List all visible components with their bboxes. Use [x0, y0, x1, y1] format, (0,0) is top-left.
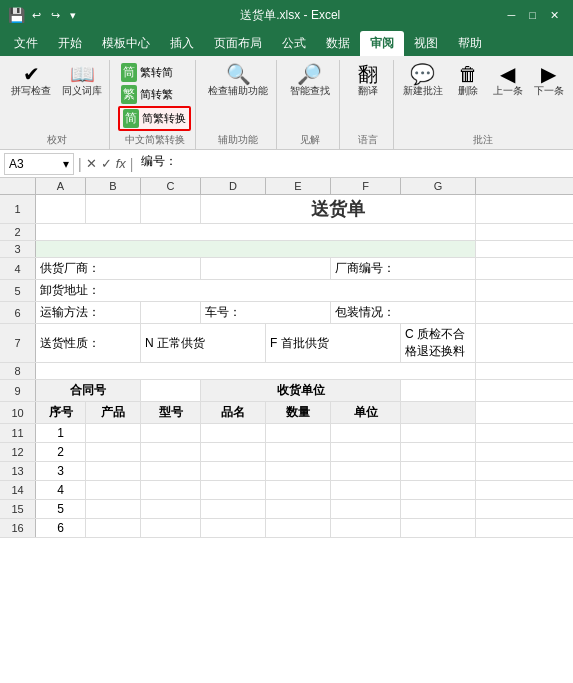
cell[interactable] — [266, 424, 331, 442]
cell[interactable] — [266, 519, 331, 537]
ribbon-btn-上一条[interactable]: ◀上一条 — [489, 62, 527, 100]
cell[interactable] — [266, 481, 331, 499]
col-header-B[interactable]: B — [86, 178, 141, 194]
cell[interactable] — [141, 424, 201, 442]
cell[interactable]: 运输方法： — [36, 302, 141, 323]
tab-页面布局[interactable]: 页面布局 — [204, 31, 272, 56]
tab-模板中心[interactable]: 模板中心 — [92, 31, 160, 56]
ribbon-btn-下一条[interactable]: ▶下一条 — [530, 62, 568, 100]
cell[interactable]: 合同号 — [36, 380, 141, 401]
cell[interactable] — [266, 500, 331, 518]
cell[interactable] — [331, 443, 401, 461]
cell[interactable] — [331, 462, 401, 480]
cell[interactable]: 产品 — [86, 402, 141, 423]
cell[interactable] — [331, 424, 401, 442]
cell[interactable] — [401, 481, 476, 499]
ribbon-btn-新建批注[interactable]: 💬新建批注 — [399, 62, 447, 100]
cell[interactable] — [331, 481, 401, 499]
cell[interactable]: 送货单 — [201, 195, 476, 223]
col-header-E[interactable]: E — [266, 178, 331, 194]
cell[interactable] — [86, 519, 141, 537]
cell[interactable]: 厂商编号： — [331, 258, 476, 279]
cell[interactable] — [141, 195, 201, 223]
cell[interactable] — [401, 462, 476, 480]
cell[interactable] — [401, 402, 476, 423]
cell[interactable] — [401, 519, 476, 537]
undo-button[interactable]: ↩ — [29, 9, 44, 22]
cell[interactable]: 品名 — [201, 402, 266, 423]
cell[interactable]: 送货性质： — [36, 324, 141, 362]
cell[interactable] — [141, 462, 201, 480]
ribbon-btn-检查辅助功能[interactable]: 🔍检查辅助功能 — [204, 62, 272, 100]
cell[interactable]: 单位 — [331, 402, 401, 423]
col-header-F[interactable]: F — [331, 178, 401, 194]
cell[interactable] — [201, 258, 331, 279]
cell[interactable] — [36, 195, 86, 223]
tab-审阅[interactable]: 审阅 — [360, 31, 404, 56]
cell[interactable] — [141, 481, 201, 499]
tab-视图[interactable]: 视图 — [404, 31, 448, 56]
cell[interactable] — [331, 519, 401, 537]
cell[interactable] — [331, 500, 401, 518]
formula-input[interactable]: 编号： — [137, 153, 569, 175]
col-header-C[interactable]: C — [141, 178, 201, 194]
redo-button[interactable]: ↪ — [48, 9, 63, 22]
cell[interactable]: 卸货地址： — [36, 280, 476, 301]
cell[interactable]: 序号 — [36, 402, 86, 423]
cell[interactable] — [401, 380, 476, 401]
maximize-button[interactable]: □ — [523, 9, 542, 22]
cell[interactable] — [36, 224, 476, 240]
cell[interactable] — [401, 500, 476, 518]
cell-reference-box[interactable]: A3 ▾ — [4, 153, 74, 175]
cell[interactable]: 5 — [36, 500, 86, 518]
cell[interactable]: C 质检不合格退还换料 — [401, 324, 476, 362]
cell[interactable]: N 正常供货 — [141, 324, 266, 362]
minimize-button[interactable]: ─ — [502, 9, 522, 22]
cell[interactable] — [141, 302, 201, 323]
ribbon-btn-简转繁[interactable]: 繁简转繁 — [118, 84, 191, 105]
cancel-formula-icon[interactable]: ✕ — [86, 156, 97, 171]
cell[interactable] — [201, 443, 266, 461]
cell[interactable] — [266, 443, 331, 461]
ribbon-btn-拼写检查[interactable]: ✔拼写检查 — [7, 62, 55, 100]
cell[interactable]: 供货厂商： — [36, 258, 201, 279]
col-header-A[interactable]: A — [36, 178, 86, 194]
save-icon[interactable]: 💾 — [8, 7, 25, 23]
cell[interactable] — [201, 481, 266, 499]
cell[interactable]: 4 — [36, 481, 86, 499]
cell[interactable]: 1 — [36, 424, 86, 442]
cell[interactable] — [141, 519, 201, 537]
cell[interactable] — [141, 380, 201, 401]
tab-开始[interactable]: 开始 — [48, 31, 92, 56]
col-header-G[interactable]: G — [401, 178, 476, 194]
ribbon-btn-智能查找[interactable]: 🔎智能查找 — [286, 62, 334, 100]
cell[interactable] — [201, 424, 266, 442]
cell[interactable] — [86, 443, 141, 461]
cell[interactable] — [86, 481, 141, 499]
tab-数据[interactable]: 数据 — [316, 31, 360, 56]
insert-function-icon[interactable]: fx — [116, 156, 126, 171]
ribbon-btn-繁转简[interactable]: 筒繁转简 — [118, 62, 191, 83]
cell[interactable]: 车号： — [201, 302, 331, 323]
ribbon-btn-简繁转换[interactable]: 简简繁转换 — [118, 106, 191, 131]
cell[interactable] — [36, 241, 476, 257]
cell[interactable]: 2 — [36, 443, 86, 461]
cell-ref-dropdown[interactable]: ▾ — [63, 157, 69, 171]
col-header-D[interactable]: D — [201, 178, 266, 194]
tab-插入[interactable]: 插入 — [160, 31, 204, 56]
cell[interactable]: 收货单位 — [201, 380, 401, 401]
cell[interactable] — [86, 500, 141, 518]
cell[interactable] — [141, 443, 201, 461]
cell[interactable]: 6 — [36, 519, 86, 537]
cell[interactable] — [141, 500, 201, 518]
tab-文件[interactable]: 文件 — [4, 31, 48, 56]
tab-帮助[interactable]: 帮助 — [448, 31, 492, 56]
cell[interactable] — [86, 462, 141, 480]
cell[interactable] — [86, 195, 141, 223]
confirm-formula-icon[interactable]: ✓ — [101, 156, 112, 171]
cell[interactable]: 3 — [36, 462, 86, 480]
cell[interactable] — [86, 424, 141, 442]
close-button[interactable]: ✕ — [544, 9, 565, 22]
cell[interactable] — [201, 519, 266, 537]
cell[interactable] — [401, 443, 476, 461]
